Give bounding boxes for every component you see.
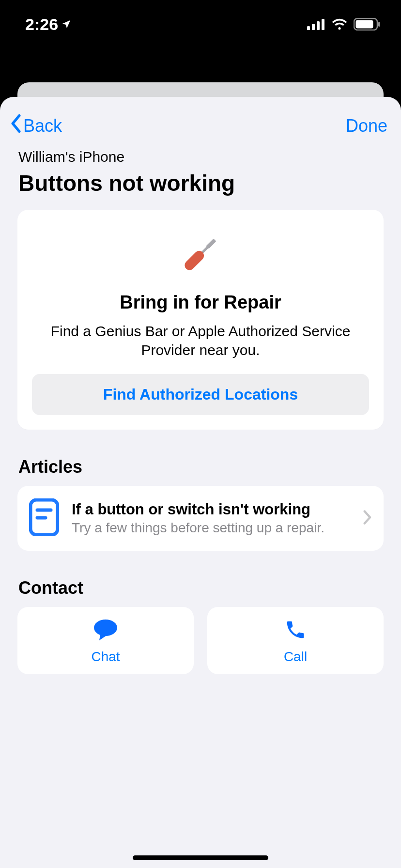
back-label: Back bbox=[23, 116, 62, 136]
modal-sheet: Back Done William's iPhone Buttons not w… bbox=[0, 97, 401, 868]
repair-title: Bring in for Repair bbox=[32, 292, 369, 313]
status-indicators bbox=[307, 18, 381, 31]
location-arrow-icon bbox=[61, 19, 72, 30]
phone-icon bbox=[284, 619, 307, 644]
svg-rect-2 bbox=[317, 21, 320, 30]
page-title: Buttons not working bbox=[18, 170, 383, 196]
chat-icon bbox=[93, 619, 118, 644]
device-name: William's iPhone bbox=[18, 149, 383, 165]
screwdriver-icon bbox=[32, 230, 369, 280]
article-subtitle: Try a few things before setting up a rep… bbox=[72, 519, 351, 536]
svg-rect-3 bbox=[322, 19, 324, 30]
svg-rect-0 bbox=[307, 26, 310, 30]
done-button[interactable]: Done bbox=[346, 116, 387, 136]
svg-rect-9 bbox=[183, 249, 206, 272]
article-title: If a button or switch isn't working bbox=[72, 501, 351, 518]
article-row[interactable]: If a button or switch isn't working Try … bbox=[17, 486, 384, 551]
chevron-left-icon bbox=[10, 114, 22, 137]
back-button[interactable]: Back bbox=[10, 114, 62, 137]
articles-heading: Articles bbox=[0, 430, 401, 486]
repair-body: Find a Genius Bar or Apple Authorized Se… bbox=[32, 322, 369, 359]
chat-button[interactable]: Chat bbox=[17, 607, 194, 674]
page-header: William's iPhone Buttons not working bbox=[0, 149, 401, 210]
call-label: Call bbox=[284, 649, 307, 665]
chevron-right-icon bbox=[363, 510, 372, 527]
svg-rect-5 bbox=[356, 20, 373, 29]
contact-heading: Contact bbox=[0, 551, 401, 607]
svg-rect-6 bbox=[378, 22, 380, 27]
repair-card: Bring in for Repair Find a Genius Bar or… bbox=[17, 210, 384, 430]
status-bar: 2:26 bbox=[0, 0, 401, 48]
call-button[interactable]: Call bbox=[207, 607, 384, 674]
status-time-label: 2:26 bbox=[25, 15, 58, 34]
home-indicator[interactable] bbox=[133, 855, 268, 860]
nav-bar: Back Done bbox=[0, 107, 401, 149]
battery-icon bbox=[354, 18, 381, 31]
wifi-icon bbox=[331, 18, 348, 30]
chat-label: Chat bbox=[91, 649, 120, 665]
find-locations-button[interactable]: Find Authorized Locations bbox=[32, 374, 369, 415]
status-time: 2:26 bbox=[25, 15, 72, 34]
svg-rect-1 bbox=[312, 24, 315, 30]
document-icon bbox=[29, 498, 59, 538]
cellular-icon bbox=[307, 18, 325, 30]
svg-point-13 bbox=[94, 620, 117, 636]
